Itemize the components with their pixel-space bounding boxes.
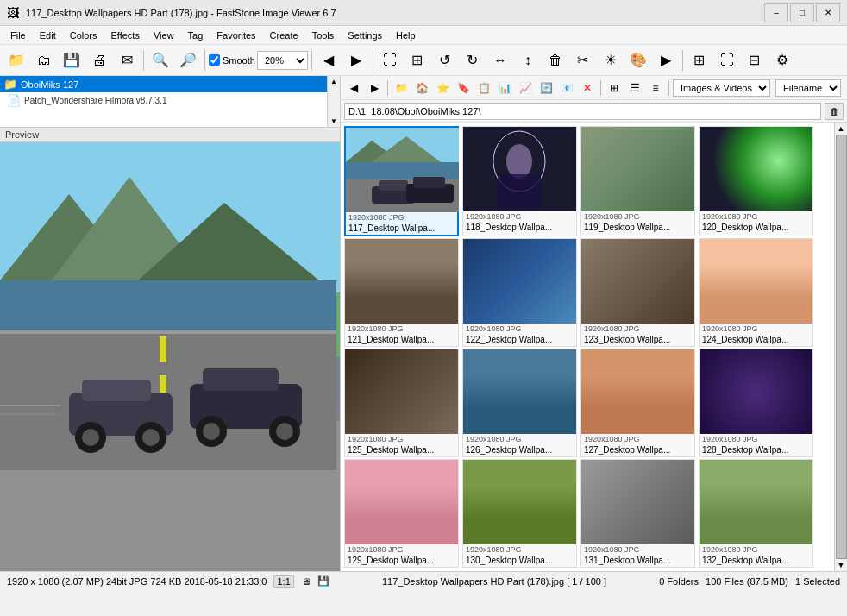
nav-btn-6[interactable]: 📊 bbox=[495, 79, 514, 97]
menu-item-favorites[interactable]: Favorites bbox=[210, 28, 262, 42]
menu-item-file[interactable]: File bbox=[3, 28, 33, 42]
nav-btn-1[interactable]: 📁 bbox=[392, 79, 411, 97]
actual-size-button[interactable]: ⊞ bbox=[405, 47, 430, 73]
nav-btn-delete[interactable]: ✕ bbox=[578, 79, 597, 97]
back-button[interactable]: ◀ bbox=[344, 79, 363, 97]
thumbnail-item-122[interactable]: 1920x1080 JPG122_Desktop Wallpa... bbox=[462, 238, 577, 347]
rotate-right-button[interactable]: ↻ bbox=[460, 47, 486, 73]
settings-button2[interactable]: ⚙ bbox=[769, 47, 795, 73]
thumbnail-button[interactable]: ⊞ bbox=[687, 47, 712, 73]
menu-item-edit[interactable]: Edit bbox=[33, 28, 63, 42]
nav-btn-8[interactable]: 🔄 bbox=[536, 79, 555, 97]
filename-label: 117_Desktop Wallpapers HD Part (178).jpg… bbox=[382, 576, 606, 587]
nav-btn-7[interactable]: 📈 bbox=[516, 79, 535, 97]
open-button[interactable]: 📁 bbox=[3, 47, 29, 73]
menu-item-help[interactable]: Help bbox=[389, 28, 423, 42]
scroll-down-icon[interactable]: ▼ bbox=[838, 561, 845, 569]
save-button[interactable]: 💾 bbox=[59, 47, 85, 73]
minimize-button[interactable]: – bbox=[764, 3, 788, 22]
thumbnail-item-124[interactable]: 1920x1080 JPG124_Desktop Wallpa... bbox=[699, 238, 813, 347]
scroll-down-button[interactable]: ▼ bbox=[329, 116, 339, 127]
nav-btn-list[interactable]: ☰ bbox=[625, 79, 644, 97]
tree-scrollbar[interactable]: ▲ ▼ bbox=[327, 76, 340, 127]
menu-item-view[interactable]: View bbox=[147, 28, 181, 42]
window-controls: – □ ✕ bbox=[764, 3, 840, 22]
zoom-in-button[interactable]: 🔍 bbox=[147, 47, 173, 73]
thumbnail-item-127[interactable]: 1920x1080 JPG127_Desktop Wallpa... bbox=[580, 349, 695, 457]
menu-item-colors[interactable]: Colors bbox=[63, 28, 104, 42]
delete-button[interactable]: 🗑 bbox=[543, 47, 568, 73]
app-icon: 🖼 bbox=[7, 6, 21, 20]
scroll-up-button[interactable]: ▲ bbox=[329, 76, 339, 87]
thumbnail-image-128 bbox=[700, 349, 812, 434]
thumbnail-image-126 bbox=[463, 349, 576, 434]
tree-item-selected[interactable]: 📁 OboiMiks 127 bbox=[0, 76, 340, 92]
print-button[interactable]: 🖨 bbox=[86, 47, 112, 73]
thumbnail-item-123[interactable]: 1920x1080 JPG123_Desktop Wallpa... bbox=[580, 238, 695, 347]
rotate-left-button[interactable]: ↺ bbox=[432, 47, 458, 73]
nav-btn-details[interactable]: ≡ bbox=[646, 79, 665, 97]
fit-button[interactable]: ⛶ bbox=[377, 47, 403, 73]
scroll-thumb[interactable] bbox=[836, 135, 847, 559]
thumbnail-item-118[interactable]: 1920x1080 JPG118_Desktop Wallpa... bbox=[462, 126, 577, 236]
nav-btn-grid[interactable]: ⊞ bbox=[605, 79, 624, 97]
fullscreen-button[interactable]: ⛶ bbox=[714, 47, 740, 73]
nav-btn-9[interactable]: 📧 bbox=[557, 79, 576, 97]
thumbnail-item-131[interactable]: 1920x1080 JPG131_Desktop Wallpa... bbox=[580, 459, 695, 568]
forward-button[interactable]: ▶ bbox=[365, 79, 384, 97]
zoom-dropdown[interactable]: 10%20%25%50%75%100% bbox=[257, 51, 308, 70]
separator-5 bbox=[682, 50, 683, 71]
nav-btn-4[interactable]: 🔖 bbox=[454, 79, 473, 97]
menu-item-effects[interactable]: Effects bbox=[104, 28, 147, 42]
thumbnail-item-130[interactable]: 1920x1080 JPG130_Desktop Wallpa... bbox=[462, 459, 577, 568]
nav-prev-button[interactable]: ◀ bbox=[316, 47, 342, 73]
toolbar: 📁 🗂 💾 🖨 ✉ 🔍 🔎 Smooth 10%20%25%50%75%100%… bbox=[0, 45, 847, 76]
filter-dropdown[interactable]: Images & Videos bbox=[673, 79, 770, 97]
smooth-checkbox[interactable]: Smooth bbox=[209, 54, 255, 66]
scroll-up-icon[interactable]: ▲ bbox=[838, 124, 845, 133]
flip-h-button[interactable]: ↔ bbox=[487, 47, 513, 73]
open-folder-button[interactable]: 🗂 bbox=[31, 47, 57, 73]
crop-button[interactable]: ✂ bbox=[570, 47, 596, 73]
thumbnail-item-121[interactable]: 1920x1080 JPG121_Desktop Wallpa... bbox=[344, 238, 459, 347]
menu-item-create[interactable]: Create bbox=[263, 28, 305, 42]
nav-btn-3[interactable]: ⭐ bbox=[433, 79, 452, 97]
preview-area bbox=[0, 142, 340, 571]
tree-item-other[interactable]: 📄 Patch_Wondershare Filmora v8.7.3.1 bbox=[0, 92, 340, 109]
sort-dropdown[interactable]: Filename bbox=[775, 79, 841, 97]
nav-btn-5[interactable]: 📋 bbox=[474, 79, 493, 97]
path-input[interactable] bbox=[344, 103, 821, 120]
separator-4 bbox=[373, 50, 373, 71]
compare-button[interactable]: ⊟ bbox=[742, 47, 768, 73]
thumbnail-item-129[interactable]: 1920x1080 JPG129_Desktop Wallpa... bbox=[344, 459, 459, 568]
nav-next-button[interactable]: ▶ bbox=[343, 47, 369, 73]
flip-v-button[interactable]: ↕ bbox=[515, 47, 541, 73]
menu-item-tag[interactable]: Tag bbox=[181, 28, 210, 42]
thumbnail-item-126[interactable]: 1920x1080 JPG126_Desktop Wallpa... bbox=[462, 349, 577, 457]
slideshow-button[interactable]: ▶ bbox=[653, 47, 679, 73]
vertical-scrollbar[interactable]: ▲ ▼ bbox=[834, 123, 847, 571]
thumbnail-image-131 bbox=[581, 460, 694, 544]
zoom-out-button[interactable]: 🔎 bbox=[175, 47, 201, 73]
thumbnail-item-117[interactable]: 1920x1080 JPG117_Desktop Wallpa... bbox=[344, 126, 459, 236]
folder-tree[interactable]: 📁 OboiMiks 127 📄 Patch_Wondershare Filmo… bbox=[0, 76, 340, 128]
smooth-input[interactable] bbox=[209, 54, 220, 66]
thumbnail-info-126: 1920x1080 JPG bbox=[463, 434, 576, 444]
thumbnail-item-132[interactable]: 1920x1080 JPG132_Desktop Wallpa... bbox=[699, 459, 813, 568]
colors-button[interactable]: 🎨 bbox=[625, 47, 651, 73]
thumbnail-item-119[interactable]: 1920x1080 JPG119_Desktop Wallpa... bbox=[580, 126, 695, 236]
thumbnail-item-128[interactable]: 1920x1080 JPG128_Desktop Wallpa... bbox=[699, 349, 813, 457]
menu-item-tools[interactable]: Tools bbox=[305, 28, 342, 42]
thumbnail-image-125 bbox=[345, 349, 458, 434]
folder-icon-2: 📄 bbox=[7, 94, 21, 107]
nav-btn-2[interactable]: 🏠 bbox=[412, 79, 431, 97]
path-go-button[interactable]: 🗑 bbox=[825, 103, 844, 120]
maximize-button[interactable]: □ bbox=[790, 3, 814, 22]
thumbnail-item-125[interactable]: 1920x1080 JPG125_Desktop Wallpa... bbox=[344, 349, 459, 457]
brightness-button[interactable]: ☀ bbox=[598, 47, 624, 73]
menu-item-settings[interactable]: Settings bbox=[341, 28, 389, 42]
thumbnail-item-120[interactable]: 1920x1080 JPG120_Desktop Wallpa... bbox=[699, 126, 813, 236]
thumbnail-image-132 bbox=[700, 460, 812, 544]
email-button[interactable]: ✉ bbox=[114, 47, 140, 73]
close-button[interactable]: ✕ bbox=[816, 3, 840, 22]
